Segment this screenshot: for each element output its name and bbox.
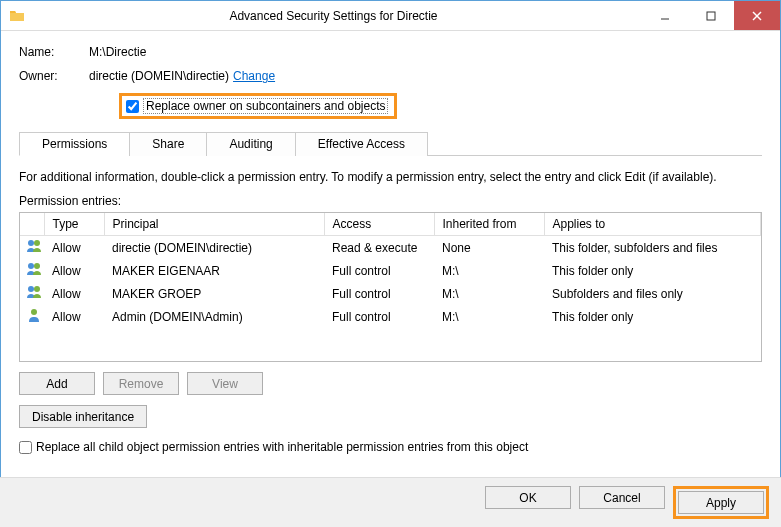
table-row[interactable]: AllowMAKER EIGENAARFull controlM:\This f… xyxy=(20,259,761,282)
entries-table: Type Principal Access Inherited from App… xyxy=(20,213,761,328)
window-title: Advanced Security Settings for Directie xyxy=(25,9,642,23)
owner-value: directie (DOMEIN\directie) xyxy=(89,69,229,83)
tab-auditing[interactable]: Auditing xyxy=(206,132,295,156)
replace-owner-checkbox[interactable] xyxy=(126,100,139,113)
change-owner-link[interactable]: Change xyxy=(233,69,275,83)
col-type[interactable]: Type xyxy=(44,213,104,236)
group-icon xyxy=(20,259,44,282)
title-bar: Advanced Security Settings for Directie xyxy=(1,1,780,31)
svg-point-4 xyxy=(28,240,34,246)
cell-principal: Admin (DOMEIN\Admin) xyxy=(104,305,324,328)
cell-inherited: M:\ xyxy=(434,305,544,328)
name-value: M:\Directie xyxy=(89,45,146,59)
close-button[interactable] xyxy=(734,1,780,30)
cell-inherited: M:\ xyxy=(434,282,544,305)
cell-access: Full control xyxy=(324,305,434,328)
replace-all-label: Replace all child object permission entr… xyxy=(36,440,528,454)
person-icon xyxy=(20,305,44,328)
name-label: Name: xyxy=(19,45,89,59)
col-inherited[interactable]: Inherited from xyxy=(434,213,544,236)
cell-type: Allow xyxy=(44,236,104,260)
ok-button[interactable]: OK xyxy=(485,486,571,509)
replace-all-checkbox[interactable] xyxy=(19,441,32,454)
apply-highlight: Apply xyxy=(673,486,769,519)
disable-inheritance-button[interactable]: Disable inheritance xyxy=(19,405,147,428)
cell-type: Allow xyxy=(44,305,104,328)
apply-button[interactable]: Apply xyxy=(678,491,764,514)
cell-applies: Subfolders and files only xyxy=(544,282,761,305)
svg-point-9 xyxy=(34,286,40,292)
table-row[interactable]: AllowMAKER GROEPFull controlM:\Subfolder… xyxy=(20,282,761,305)
add-button[interactable]: Add xyxy=(19,372,95,395)
svg-point-10 xyxy=(31,309,37,315)
cell-applies: This folder only xyxy=(544,259,761,282)
minimize-button[interactable] xyxy=(642,1,688,30)
cell-type: Allow xyxy=(44,282,104,305)
cell-applies: This folder, subfolders and files xyxy=(544,236,761,260)
svg-point-5 xyxy=(34,240,40,246)
table-row[interactable]: Allowdirectie (DOMEIN\directie)Read & ex… xyxy=(20,236,761,260)
cell-applies: This folder only xyxy=(544,305,761,328)
tab-effective-access[interactable]: Effective Access xyxy=(295,132,428,156)
cell-access: Full control xyxy=(324,259,434,282)
cell-principal: MAKER GROEP xyxy=(104,282,324,305)
col-access[interactable]: Access xyxy=(324,213,434,236)
remove-button[interactable]: Remove xyxy=(103,372,179,395)
entries-label: Permission entries: xyxy=(19,194,762,208)
replace-owner-label: Replace owner on subcontainers and objec… xyxy=(143,98,388,114)
table-row[interactable]: AllowAdmin (DOMEIN\Admin)Full controlM:\… xyxy=(20,305,761,328)
svg-point-6 xyxy=(28,263,34,269)
col-applies[interactable]: Applies to xyxy=(544,213,761,236)
owner-label: Owner: xyxy=(19,69,89,83)
cell-access: Read & execute xyxy=(324,236,434,260)
cell-principal: directie (DOMEIN\directie) xyxy=(104,236,324,260)
svg-rect-1 xyxy=(707,12,715,20)
col-principal[interactable]: Principal xyxy=(104,213,324,236)
cell-inherited: None xyxy=(434,236,544,260)
cell-type: Allow xyxy=(44,259,104,282)
cell-access: Full control xyxy=(324,282,434,305)
dialog-footer: OK Cancel Apply xyxy=(0,477,781,527)
folder-icon xyxy=(9,8,25,24)
cell-principal: MAKER EIGENAAR xyxy=(104,259,324,282)
tab-permissions[interactable]: Permissions xyxy=(19,132,130,156)
replace-owner-highlight: Replace owner on subcontainers and objec… xyxy=(119,93,397,119)
cell-inherited: M:\ xyxy=(434,259,544,282)
group-icon xyxy=(20,236,44,260)
info-text: For additional information, double-click… xyxy=(19,170,762,184)
entries-table-container: Type Principal Access Inherited from App… xyxy=(19,212,762,362)
svg-point-8 xyxy=(28,286,34,292)
tabs: Permissions Share Auditing Effective Acc… xyxy=(19,131,762,156)
cancel-button[interactable]: Cancel xyxy=(579,486,665,509)
svg-point-7 xyxy=(34,263,40,269)
group-icon xyxy=(20,282,44,305)
view-button[interactable]: View xyxy=(187,372,263,395)
tab-share[interactable]: Share xyxy=(129,132,207,156)
maximize-button[interactable] xyxy=(688,1,734,30)
